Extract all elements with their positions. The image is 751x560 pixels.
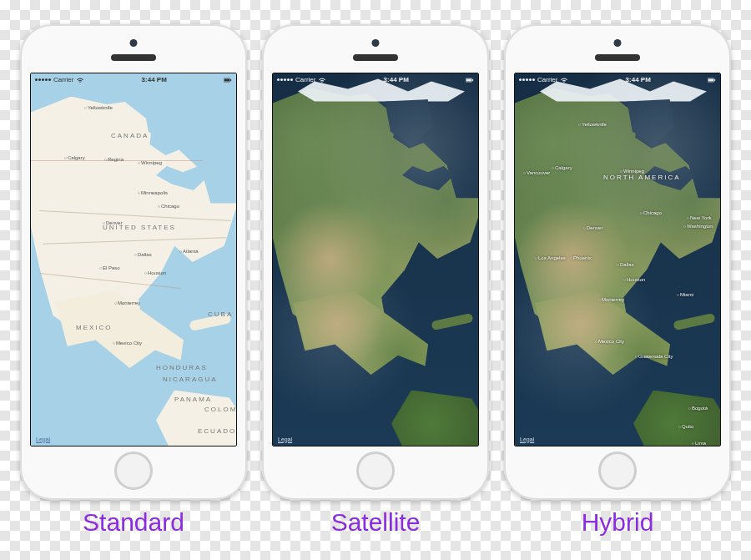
speaker-slot bbox=[353, 54, 398, 61]
legal-link[interactable]: Legal bbox=[36, 436, 50, 442]
carrier-label: Carrier bbox=[537, 76, 557, 83]
screen-satellite: Carrier 3:44 PM bbox=[272, 73, 479, 446]
statusbar-left: Carrier bbox=[277, 76, 326, 83]
device-standard: Carrier 3:44 PM bbox=[20, 24, 247, 537]
svg-rect-2 bbox=[230, 78, 231, 80]
map-view-standard[interactable]: CANADAUNITED STATESMEXICOCUBAHONDURASNIC… bbox=[31, 73, 236, 446]
city-label-guatemala_city: Guatemala City bbox=[635, 354, 673, 359]
city-label-atlanta: Atlanta bbox=[179, 249, 199, 254]
caption-hybrid: Hybrid bbox=[582, 508, 654, 537]
country-label-canada: CANADA bbox=[111, 132, 149, 139]
battery-icon bbox=[224, 77, 232, 83]
land-south-america bbox=[391, 391, 479, 446]
city-label-monterrey: Monterrey bbox=[114, 300, 140, 305]
svg-rect-8 bbox=[714, 78, 715, 80]
country-label-cuba: CUBA bbox=[208, 310, 233, 318]
city-label-yellowknife: Yellowknife bbox=[578, 122, 607, 127]
city-label-lima: Lima bbox=[692, 441, 706, 446]
device-hybrid: Carrier 3:44 PM bbox=[504, 24, 731, 537]
city-label-quito: Quito bbox=[678, 424, 693, 429]
speaker-slot bbox=[595, 54, 640, 61]
city-label-dallas: Dallas bbox=[617, 262, 634, 267]
land-mexico bbox=[293, 290, 443, 399]
home-button[interactable] bbox=[114, 452, 153, 490]
city-label-minneapolis: Minneapolis bbox=[138, 190, 168, 195]
speaker-slot bbox=[111, 54, 156, 61]
phone-frame: Carrier 3:44 PM bbox=[262, 24, 489, 500]
wifi-icon bbox=[318, 77, 326, 83]
land-cuba bbox=[431, 312, 473, 330]
city-label-el_paso: El Paso bbox=[99, 265, 120, 270]
phone-frame: Carrier 3:44 PM bbox=[20, 24, 247, 500]
statusbar-left: Carrier bbox=[519, 76, 568, 83]
city-label-winnipeg: Winnipeg bbox=[138, 160, 162, 165]
legal-link[interactable]: Legal bbox=[278, 436, 292, 442]
land-south-america bbox=[633, 391, 721, 446]
status-bar: Carrier 3:44 PM bbox=[515, 73, 720, 87]
device-satellite: Carrier 3:44 PM bbox=[262, 24, 489, 537]
country-label-ecuador: ECUADOR bbox=[198, 427, 237, 435]
clock-label: 3:44 PM bbox=[626, 76, 651, 83]
statusbar-left: Carrier bbox=[35, 76, 84, 83]
svg-rect-1 bbox=[224, 78, 229, 81]
clock-label: 3:44 PM bbox=[142, 76, 167, 83]
status-bar: Carrier 3:44 PM bbox=[273, 73, 478, 87]
city-label-miami: Miami bbox=[677, 292, 693, 297]
wifi-icon bbox=[76, 77, 84, 83]
wifi-icon bbox=[560, 77, 568, 83]
city-label-calgary: Calgary bbox=[552, 165, 572, 170]
country-label-mexico: MEXICO bbox=[76, 324, 113, 331]
country-label-nicaragua: NICARAGUA bbox=[163, 376, 218, 383]
city-label-yellowknife: Yellowknife bbox=[84, 105, 113, 110]
battery-icon bbox=[466, 77, 474, 83]
city-label-denver: Denver bbox=[583, 225, 602, 230]
clock-label: 3:44 PM bbox=[384, 76, 409, 83]
city-label-washington: Washington bbox=[683, 224, 713, 229]
signal-icon bbox=[277, 78, 293, 81]
city-label-phoenix: Phoenix bbox=[570, 255, 592, 260]
city-label-houston: Houston bbox=[144, 270, 166, 275]
caption-standard: Standard bbox=[83, 508, 184, 537]
city-label-calgary: Calgary bbox=[64, 155, 85, 160]
statusbar-right bbox=[224, 77, 232, 83]
front-camera bbox=[372, 39, 380, 47]
region-label-north_america: NORTH AMERICA bbox=[603, 174, 681, 181]
city-label-mexico_city: Mexico City bbox=[595, 339, 624, 344]
front-camera bbox=[614, 39, 622, 47]
city-label-new_york: New York bbox=[687, 215, 711, 220]
city-label-los_angeles: Los Angeles bbox=[535, 255, 566, 260]
country-label-panama: PANAMA bbox=[174, 396, 212, 403]
land-mexico bbox=[535, 290, 685, 399]
city-label-denver: Denver bbox=[103, 220, 122, 225]
statusbar-right bbox=[466, 77, 474, 83]
caption-satellite: Satellite bbox=[331, 508, 421, 537]
city-label-bogota: Bogotá bbox=[688, 406, 708, 411]
legal-link[interactable]: Legal bbox=[520, 436, 534, 442]
city-label-houston: Houston bbox=[623, 277, 645, 282]
battery-icon bbox=[708, 77, 716, 83]
screen-hybrid: Carrier 3:44 PM bbox=[514, 73, 721, 446]
map-view-satellite[interactable] bbox=[273, 73, 478, 446]
home-button[interactable] bbox=[356, 452, 395, 490]
screen-standard: Carrier 3:44 PM bbox=[30, 73, 237, 446]
city-label-dallas: Dallas bbox=[134, 252, 152, 257]
city-label-regina: Regina bbox=[104, 157, 123, 162]
city-label-monterrey: Monterrey bbox=[598, 297, 624, 302]
map-view-hybrid[interactable]: NORTH AMERICAYellowknifeCalgaryVancouver… bbox=[515, 73, 720, 446]
front-camera bbox=[130, 39, 138, 47]
land-cuba bbox=[673, 312, 715, 330]
city-label-chicago: Chicago bbox=[158, 204, 179, 209]
statusbar-right bbox=[708, 77, 716, 83]
city-label-chicago: Chicago bbox=[640, 210, 662, 215]
country-label-honduras: HONDURAS bbox=[156, 364, 208, 371]
svg-rect-5 bbox=[472, 78, 473, 80]
svg-rect-7 bbox=[708, 78, 713, 81]
carrier-label: Carrier bbox=[53, 76, 73, 83]
city-label-vancouver: Vancouver bbox=[523, 170, 550, 175]
home-button[interactable] bbox=[598, 452, 637, 490]
status-bar: Carrier 3:44 PM bbox=[31, 73, 236, 87]
country-label-colombia: COLOMBIA bbox=[204, 406, 237, 413]
carrier-label: Carrier bbox=[295, 76, 315, 83]
phone-frame: Carrier 3:44 PM bbox=[504, 24, 731, 500]
signal-icon bbox=[519, 78, 535, 81]
